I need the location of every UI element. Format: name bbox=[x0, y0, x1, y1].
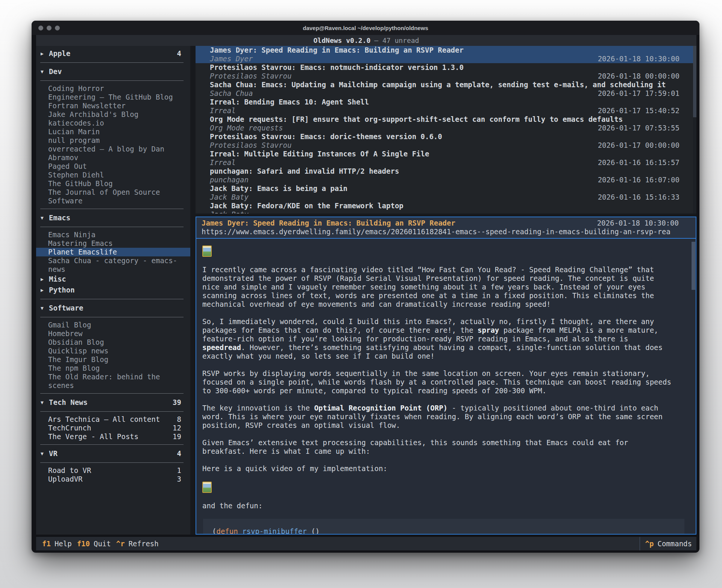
feed-name: Coding Horror bbox=[48, 84, 178, 93]
footer-key[interactable]: f10 bbox=[77, 540, 90, 548]
article-row[interactable]: Jack Baty: Emacs is being a painJack Bat… bbox=[196, 184, 696, 202]
sidebar-feed-sacha-chua-category-emacs-news[interactable]: Sacha Chua - category - emacs-news bbox=[36, 256, 190, 274]
sidebar-section-dev[interactable]: ▼Dev bbox=[36, 66, 190, 77]
sidebar-feed-overreacted-a-blog-by-dan-abramov[interactable]: overreacted — A blog by Dan Abramov bbox=[36, 145, 190, 162]
sidebar-feed-gmail-blog[interactable]: Gmail Blog bbox=[36, 321, 190, 329]
close-window-icon[interactable] bbox=[38, 26, 43, 30]
feed-unread-count: 3 bbox=[177, 475, 181, 483]
article-meta: Protesilaos Stavrou2026-01-18 00:00:00 bbox=[210, 72, 680, 80]
sidebar-feed-mastering-emacs[interactable]: Mastering Emacs bbox=[36, 239, 190, 248]
article-title: Irreal: Multiple Editing Instances Of A … bbox=[210, 150, 680, 158]
sidebar-feed-planet-emacslife[interactable]: Planet Emacslife bbox=[36, 248, 190, 256]
minimize-window-icon[interactable] bbox=[47, 26, 52, 30]
footer-label[interactable]: Commands bbox=[657, 540, 692, 548]
sidebar-feed-paged-out[interactable]: Paged Out bbox=[36, 162, 190, 171]
footer-key[interactable]: ^p bbox=[645, 540, 654, 548]
sidebar-feed-katiecodes-io[interactable]: katiecodes.io bbox=[36, 119, 190, 127]
sidebar-feed-coding-horror[interactable]: Coding Horror bbox=[36, 84, 190, 93]
scrollbar-thumb[interactable] bbox=[692, 242, 695, 290]
sidebar-feed-null-program[interactable]: null program bbox=[36, 136, 190, 145]
feed-name: Mastering Emacs bbox=[48, 239, 178, 248]
footer-binding-help[interactable]: f1Help bbox=[37, 540, 72, 548]
footer-binding-quit[interactable]: f10Quit bbox=[72, 540, 111, 548]
footer-commands[interactable]: ^p Commands bbox=[640, 537, 696, 550]
article-row[interactable]: Irreal: Multiple Editing Instances Of A … bbox=[196, 150, 696, 167]
article-title: Jack Baty: Emacs is being a pain bbox=[210, 184, 680, 193]
section-name: Software bbox=[49, 304, 181, 312]
sidebar-feed-jake-archibald-s-blog[interactable]: Jake Archibald's Blog bbox=[36, 110, 190, 119]
footer-label[interactable]: Refresh bbox=[129, 540, 159, 548]
sidebar-section-emacs[interactable]: ▼Emacs bbox=[36, 212, 190, 223]
article-meta: Jack Baty bbox=[210, 210, 680, 214]
maximize-window-icon[interactable] bbox=[55, 26, 60, 30]
article-meta: James Dyer2026-01-18 10:30:00 bbox=[210, 55, 680, 63]
feed-name: Obsidian Blog bbox=[48, 338, 178, 347]
section-divider bbox=[40, 462, 184, 463]
sidebar-feed-fortran-newsletter[interactable]: Fortran Newsletter bbox=[36, 102, 190, 110]
article-time: 2026-01-17 17:59:01 bbox=[598, 89, 680, 98]
article-row[interactable]: Irreal: Bending Emacs 10: Agent ShellIrr… bbox=[196, 98, 696, 115]
sidebar-feed-the-imgur-blog[interactable]: The Imgur Blog bbox=[36, 355, 190, 364]
sidebar-feed-stephen-diehl[interactable]: Stephen Diehl bbox=[36, 171, 190, 179]
feed-name: Quicklisp news bbox=[48, 347, 178, 355]
window-title: davep@Raven.local ~/develop/python/oldne… bbox=[32, 25, 699, 31]
panel-divider bbox=[190, 46, 196, 535]
scrollbar-thumb[interactable] bbox=[693, 46, 696, 117]
sidebar-section-misc[interactable]: ▶Misc bbox=[36, 274, 190, 285]
feed-name: Gmail Blog bbox=[48, 321, 178, 329]
article-author: Irreal bbox=[210, 106, 598, 115]
article-title: Protesilaos Stavrou: Emacs: doric-themes… bbox=[210, 132, 680, 141]
sidebar-feed-techcrunch[interactable]: TechCrunch12 bbox=[36, 424, 190, 432]
terminal-window: davep@Raven.local ~/develop/python/oldne… bbox=[32, 21, 699, 553]
feed-name: The npm Blog bbox=[48, 364, 178, 373]
feed-name: katiecodes.io bbox=[48, 119, 178, 127]
sidebar-section-apple[interactable]: ▶Apple4 bbox=[36, 48, 190, 59]
sidebar-feed-engineering-the-github-blog[interactable]: Engineering — The GitHub Blog bbox=[36, 93, 190, 102]
sidebar-feed-the-journal-of-open-source-software[interactable]: The Journal of Open Source Software bbox=[36, 188, 190, 205]
sidebar-feed-uploadvr[interactable]: UploadVR3 bbox=[36, 475, 190, 483]
article-row[interactable]: punchagan: Safari and invalid HTTP/2 hea… bbox=[196, 167, 696, 184]
footer-label[interactable]: Quit bbox=[94, 540, 111, 548]
article-row[interactable]: Protesilaos Stavrou: Emacs: notmuch-indi… bbox=[196, 63, 696, 80]
sidebar-feed-the-github-blog[interactable]: The GitHub Blog bbox=[36, 179, 190, 188]
article-row[interactable]: James Dyer: Speed Reading in Emacs: Buil… bbox=[196, 46, 696, 63]
article-body-scrollbar[interactable] bbox=[692, 239, 695, 534]
body-paragraph: Given Emacs’ extensive text processing c… bbox=[202, 438, 675, 456]
article-time: 2026-01-16 16:07:00 bbox=[598, 176, 680, 184]
article-meta: Irreal2026-01-17 15:40:52 bbox=[210, 106, 680, 115]
sidebar-feed-obsidian-blog[interactable]: Obsidian Blog bbox=[36, 338, 190, 347]
sidebar-section-software[interactable]: ▼Software bbox=[36, 303, 190, 314]
article-row[interactable]: Sacha Chua: Emacs: Updating a Mailchimp … bbox=[196, 80, 696, 98]
footer-key[interactable]: ^r bbox=[116, 540, 125, 548]
sidebar-feed-road-to-vr[interactable]: Road to VR1 bbox=[36, 466, 190, 475]
article-list-scrollbar[interactable] bbox=[693, 46, 696, 214]
article-row[interactable]: Org Mode requests: [FR] ensure that org-… bbox=[196, 115, 696, 132]
footer-label[interactable]: Help bbox=[55, 540, 72, 548]
sidebar-feed-the-npm-blog[interactable]: The npm Blog bbox=[36, 364, 190, 373]
footer-key[interactable]: f1 bbox=[42, 540, 51, 548]
sidebar-feed-the-verge-all-posts[interactable]: The Verge - All Posts19 bbox=[36, 432, 190, 441]
app-header: OldNews v0.2.0 — 47 unread bbox=[36, 35, 696, 46]
sidebar-section-vr[interactable]: ▼VR4 bbox=[36, 448, 190, 459]
article-title: Irreal: Bending Emacs 10: Agent Shell bbox=[210, 98, 680, 106]
panel-gap bbox=[196, 214, 696, 217]
footer-binding-refresh[interactable]: ^rRefresh bbox=[111, 540, 159, 548]
sidebar-section-python[interactable]: ▶Python bbox=[36, 285, 190, 296]
section-name: Emacs bbox=[49, 214, 181, 222]
sidebar-feed-lucian-marin[interactable]: Lucian Marin bbox=[36, 127, 190, 136]
chevron-down-icon: ▼ bbox=[41, 449, 49, 458]
feed-name: The Old Reader: behind the scenes bbox=[48, 373, 178, 390]
code-block: (defun rsvp-minibuffer () "Display words… bbox=[203, 519, 684, 534]
sidebar-feed-homebrew[interactable]: Homebrew bbox=[36, 329, 190, 338]
sidebar-section-tech-news[interactable]: ▼Tech News39 bbox=[36, 397, 190, 408]
section-divider bbox=[40, 62, 184, 63]
article-row[interactable]: Protesilaos Stavrou: Emacs: doric-themes… bbox=[196, 132, 696, 150]
chevron-right-icon: ▶ bbox=[41, 275, 49, 283]
article-detail-panel: James Dyer: Speed Reading in Emacs: Buil… bbox=[196, 217, 696, 535]
sidebar-feed-emacs-ninja[interactable]: Emacs Ninja bbox=[36, 230, 190, 239]
sidebar-feed-the-old-reader-behind-the-scenes[interactable]: The Old Reader: behind the scenes bbox=[36, 373, 190, 390]
article-list: James Dyer: Speed Reading in Emacs: Buil… bbox=[196, 46, 696, 214]
article-row[interactable]: Jack Baty: Fedora/KDE on the Framework l… bbox=[196, 202, 696, 214]
sidebar-feed-quicklisp-news[interactable]: Quicklisp news bbox=[36, 347, 190, 355]
sidebar-feed-ars-technica-all-content[interactable]: Ars Technica – All content8 bbox=[36, 415, 190, 424]
